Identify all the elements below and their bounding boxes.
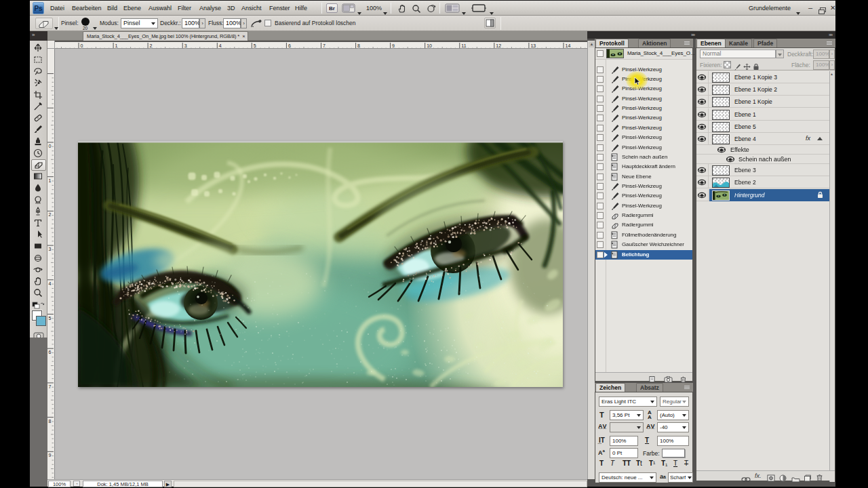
svg-text:0: 0	[81, 43, 83, 48]
svg-text:6: 6	[288, 43, 291, 48]
svg-text:2: 2	[49, 212, 52, 217]
svg-text:4: 4	[219, 43, 222, 48]
svg-text:14: 14	[566, 43, 571, 48]
svg-text:3: 3	[49, 247, 52, 251]
svg-text:0: 0	[49, 144, 52, 148]
svg-text:7: 7	[49, 384, 52, 389]
svg-text:10: 10	[427, 43, 432, 48]
svg-text:1: 1	[49, 178, 52, 183]
svg-text:8: 8	[357, 43, 360, 48]
svg-text:5: 5	[49, 316, 52, 321]
svg-text:2: 2	[150, 43, 153, 48]
svg-text:3: 3	[184, 43, 187, 48]
svg-text:4: 4	[49, 281, 52, 286]
svg-text:1: 1	[115, 43, 118, 48]
svg-text:9: 9	[392, 43, 395, 48]
svg-text:5: 5	[254, 43, 256, 48]
svg-text:8: 8	[49, 419, 52, 424]
svg-text:11: 11	[461, 43, 466, 48]
svg-text:9: 9	[49, 453, 52, 458]
svg-text:7: 7	[323, 43, 326, 48]
svg-text:12: 12	[496, 43, 501, 48]
svg-text:6: 6	[49, 350, 52, 354]
svg-text:13: 13	[530, 43, 536, 48]
